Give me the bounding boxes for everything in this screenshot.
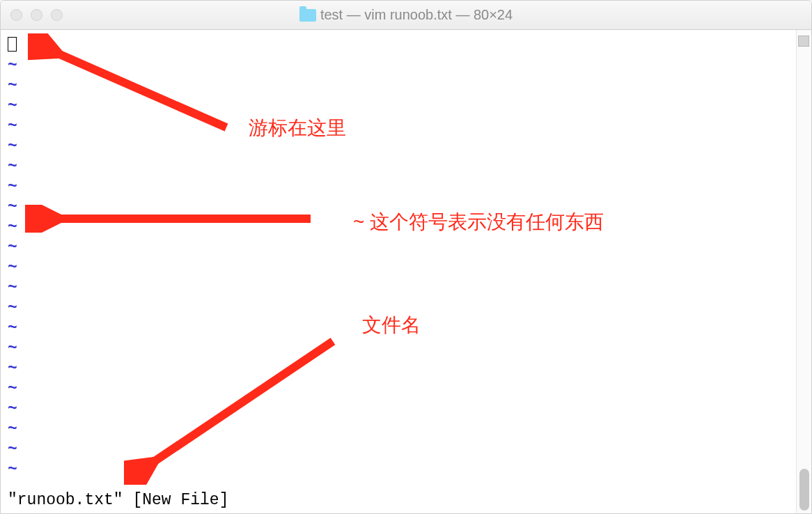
empty-line: ~ (8, 399, 789, 419)
terminal-window: test — vim runoob.txt — 80×24 ~ ~ ~ ~ ~ … (0, 0, 812, 514)
empty-line: ~ (8, 359, 789, 379)
empty-line: ~ (8, 137, 789, 157)
empty-line: ~ (8, 419, 789, 439)
scrollbar[interactable] (796, 30, 811, 513)
empty-line: ~ (8, 338, 789, 359)
cursor-line (8, 36, 789, 56)
cursor (8, 37, 17, 52)
empty-line: ~ (8, 76, 789, 96)
window-title-container: test — vim runoob.txt — 80×24 (1, 7, 811, 23)
empty-line: ~ (8, 157, 789, 177)
folder-icon (299, 9, 316, 22)
titlebar: test — vim runoob.txt — 80×24 (1, 1, 811, 30)
empty-line: ~ (8, 197, 789, 217)
maximize-button[interactable] (51, 9, 63, 21)
empty-line: ~ (8, 318, 789, 338)
empty-line: ~ (8, 116, 789, 137)
window-title: test — vim runoob.txt — 80×24 (320, 7, 513, 23)
window-controls (10, 9, 63, 21)
empty-line: ~ (8, 237, 789, 258)
minimize-button[interactable] (31, 9, 42, 21)
empty-line: ~ (8, 298, 789, 318)
empty-line: ~ (8, 278, 789, 298)
empty-line: ~ (8, 439, 789, 460)
empty-line: ~ (8, 258, 789, 278)
scroll-indicator-icon (798, 36, 809, 47)
terminal-content[interactable]: ~ ~ ~ ~ ~ ~ ~ ~ ~ ~ ~ ~ ~ ~ ~ ~ ~ ~ ~ ~ … (1, 30, 796, 513)
empty-line: ~ (8, 177, 789, 197)
close-button[interactable] (10, 9, 22, 21)
empty-line: ~ (8, 217, 789, 237)
vim-status-line: "runoob.txt" [New File] (8, 490, 228, 511)
empty-line: ~ (8, 56, 789, 76)
scroll-thumb[interactable] (799, 469, 809, 511)
empty-line: ~ (8, 96, 789, 116)
empty-line: ~ (8, 379, 789, 399)
empty-line: ~ (8, 460, 789, 480)
